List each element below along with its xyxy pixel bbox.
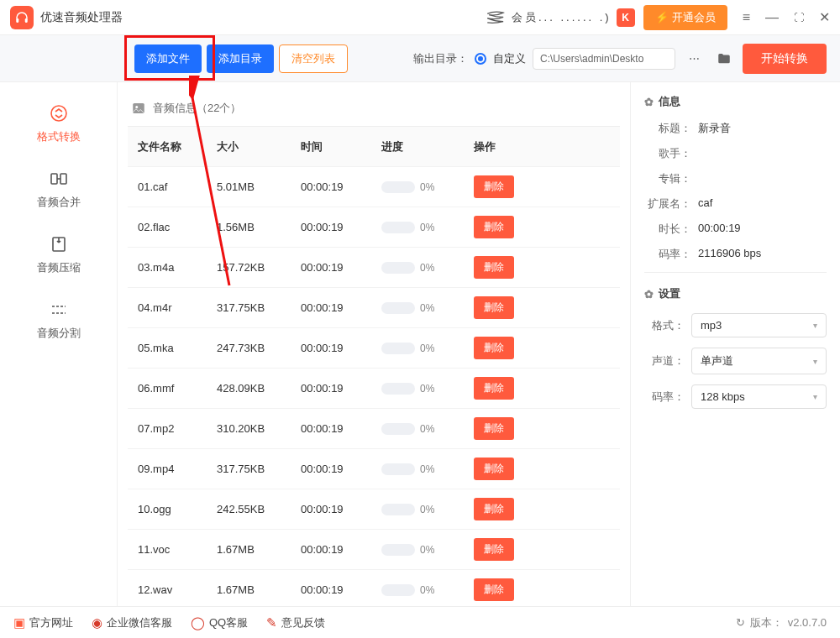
- cell-name: 06.mmf: [133, 382, 217, 395]
- settings-section-title: ✿ 设置: [644, 286, 827, 301]
- cell-size: 317.75KB: [217, 301, 301, 314]
- official-site-link[interactable]: ▣官方网址: [13, 615, 73, 630]
- cell-time: 00:00:19: [301, 543, 381, 556]
- sidebar: 格式转换 音频合并 音频压缩 音频分割: [0, 82, 118, 606]
- list-header: 音频信息（22个）: [128, 94, 620, 126]
- cell-time: 00:00:19: [301, 261, 381, 274]
- cell-name: 10.ogg: [133, 503, 217, 515]
- wechat-icon: ◉: [92, 615, 102, 630]
- info-title-k: 标题：: [644, 121, 691, 136]
- minimize-icon[interactable]: —: [765, 10, 779, 25]
- table-row[interactable]: 05.mka247.73KB00:00:190%删除: [128, 328, 620, 369]
- sidebar-item-merge[interactable]: 音频合并: [37, 168, 81, 210]
- cell-progress: 0%: [381, 181, 474, 193]
- table-row[interactable]: 07.mp2310.20KB00:00:190%删除: [128, 409, 620, 449]
- delete-button[interactable]: 删除: [474, 175, 514, 198]
- feedback-link[interactable]: ✎意见反馈: [266, 615, 325, 630]
- table-row[interactable]: 03.m4a157.72KB00:00:190%删除: [128, 248, 620, 288]
- channel-select[interactable]: 单声道▾: [691, 348, 827, 374]
- cell-time: 00:00:19: [301, 422, 381, 435]
- table-header-row: 文件名称 大小 时间 进度 操作: [128, 127, 620, 167]
- cell-time: 00:00:19: [301, 180, 381, 193]
- delete-button[interactable]: 删除: [474, 498, 514, 520]
- cell-time: 00:00:19: [301, 342, 381, 354]
- clear-list-button[interactable]: 清空列表: [279, 44, 348, 73]
- folder-icon[interactable]: [712, 47, 736, 71]
- cell-progress: 0%: [381, 584, 474, 596]
- chevron-down-icon: ▾: [813, 357, 817, 366]
- footer: ▣官方网址 ◉企业微信客服 ◯QQ客服 ✎意见反馈 ↻ 版本： v2.0.7.0: [0, 606, 840, 638]
- delete-button[interactable]: 删除: [474, 337, 514, 359]
- feedback-icon: ✎: [266, 615, 277, 630]
- globe-icon: ▣: [13, 615, 25, 630]
- cell-time: 00:00:19: [301, 503, 381, 515]
- official-label: 官方网址: [29, 615, 73, 630]
- cell-size: 310.20KB: [217, 422, 301, 435]
- cell-progress: 0%: [381, 262, 474, 274]
- progress-text: 0%: [420, 504, 434, 515]
- add-dir-button[interactable]: 添加目录: [207, 44, 274, 73]
- delete-button[interactable]: 删除: [474, 538, 514, 561]
- cell-progress: 0%: [381, 423, 474, 435]
- member-text: 会员... ...... .): [512, 10, 612, 25]
- wecom-label: 企业微信客服: [107, 615, 172, 630]
- info-rate-v: 2116906 bps: [698, 247, 761, 262]
- convert-icon: [48, 102, 70, 124]
- progress-track: [381, 504, 415, 515]
- add-file-button[interactable]: 添加文件: [134, 44, 202, 73]
- more-icon[interactable]: ⋯: [682, 47, 706, 71]
- wecom-support-link[interactable]: ◉企业微信客服: [92, 615, 172, 630]
- table-row[interactable]: 09.mp4317.75KB00:00:190%删除: [128, 449, 620, 489]
- delete-button[interactable]: 删除: [474, 296, 514, 319]
- sidebar-item-format[interactable]: 格式转换: [37, 102, 81, 144]
- cell-time: 00:00:19: [301, 382, 381, 395]
- maximize-icon[interactable]: ⛶: [794, 12, 804, 24]
- chevron-down-icon: ▾: [813, 392, 817, 401]
- progress-track: [381, 262, 415, 274]
- cell-name: 11.voc: [133, 543, 217, 556]
- progress-text: 0%: [420, 343, 434, 354]
- svg-rect-1: [25, 18, 28, 22]
- delete-button[interactable]: 删除: [474, 216, 514, 238]
- output-path-input[interactable]: [533, 48, 675, 70]
- refresh-icon[interactable]: ↻: [736, 616, 745, 629]
- cell-size: 1.67MB: [217, 583, 301, 596]
- info-artist-k: 歌手：: [644, 146, 691, 161]
- custom-dir-radio[interactable]: [475, 53, 486, 65]
- start-convert-button[interactable]: 开始转换: [743, 44, 827, 74]
- qq-support-link[interactable]: ◯QQ客服: [191, 615, 248, 630]
- delete-button[interactable]: 删除: [474, 578, 514, 601]
- table-row[interactable]: 12.wav1.67MB00:00:190%删除: [128, 570, 620, 606]
- bitrate-select[interactable]: 128 kbps▾: [691, 384, 827, 409]
- app-logo: [10, 6, 34, 29]
- delete-button[interactable]: 删除: [474, 458, 514, 480]
- open-vip-button[interactable]: ⚡ 开通会员: [643, 5, 727, 30]
- table-row[interactable]: 11.voc1.67MB00:00:190%删除: [128, 530, 620, 570]
- progress-text: 0%: [420, 302, 434, 314]
- cell-progress: 0%: [381, 504, 474, 515]
- svg-rect-4: [60, 174, 66, 184]
- progress-text: 0%: [420, 262, 434, 274]
- delete-button[interactable]: 删除: [474, 417, 514, 440]
- sidebar-item-split[interactable]: 音频分割: [37, 299, 81, 341]
- info-rate-k: 码率：: [644, 247, 691, 262]
- table-row[interactable]: 02.flac1.56MB00:00:190%删除: [128, 207, 620, 248]
- close-icon[interactable]: ✕: [819, 9, 830, 25]
- delete-button[interactable]: 删除: [474, 377, 514, 400]
- delete-button[interactable]: 删除: [474, 256, 514, 279]
- table-row[interactable]: 04.m4r317.75KB00:00:190%删除: [128, 288, 620, 328]
- file-table: 文件名称 大小 时间 进度 操作 01.caf5.01MB00:00:190%删…: [128, 126, 620, 606]
- format-select[interactable]: mp3▾: [691, 313, 827, 337]
- menu-icon[interactable]: ≡: [743, 10, 750, 25]
- table-row[interactable]: 06.mmf428.09KB00:00:190%删除: [128, 369, 620, 409]
- progress-track: [381, 343, 415, 354]
- sidebar-label: 音频分割: [37, 326, 81, 341]
- sidebar-item-compress[interactable]: 音频压缩: [37, 233, 81, 275]
- progress-track: [381, 181, 415, 193]
- info-section-title: ✿ 信息: [644, 94, 827, 109]
- table-row[interactable]: 01.caf5.01MB00:00:190%删除: [128, 167, 620, 207]
- table-row[interactable]: 10.ogg242.55KB00:00:190%删除: [128, 489, 620, 530]
- col-op: 操作: [474, 139, 533, 154]
- info-panel: ✿ 信息 标题：新录音 歌手： 专辑： 扩展名：caf 时长：00:00:19 …: [630, 82, 840, 606]
- member-area: 会员... ...... .) K: [485, 8, 635, 27]
